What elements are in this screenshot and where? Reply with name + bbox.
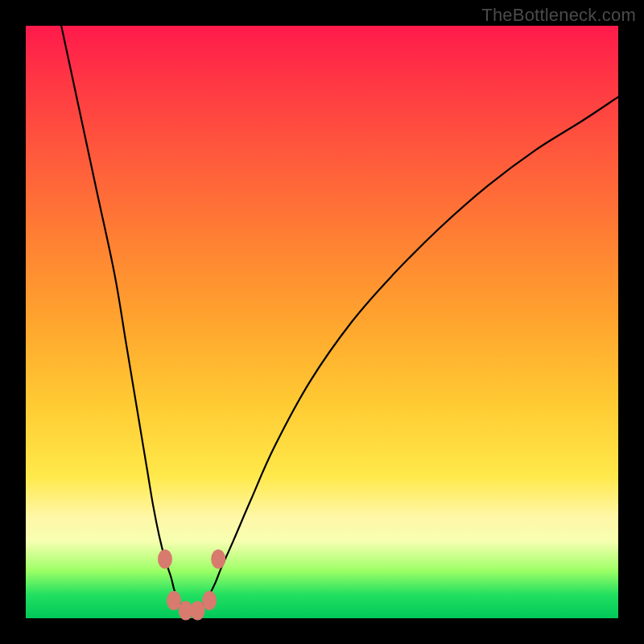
curve-svg [26, 26, 618, 618]
curve-left-branch [61, 26, 192, 613]
chart-frame: TheBottleneck.com [0, 0, 644, 644]
curve-marker [158, 549, 172, 568]
curve-right-branch [192, 97, 618, 612]
curve-marker [211, 549, 225, 568]
plot-area [26, 26, 618, 618]
curve-marker [202, 591, 217, 610]
watermark-text: TheBottleneck.com [481, 5, 636, 26]
